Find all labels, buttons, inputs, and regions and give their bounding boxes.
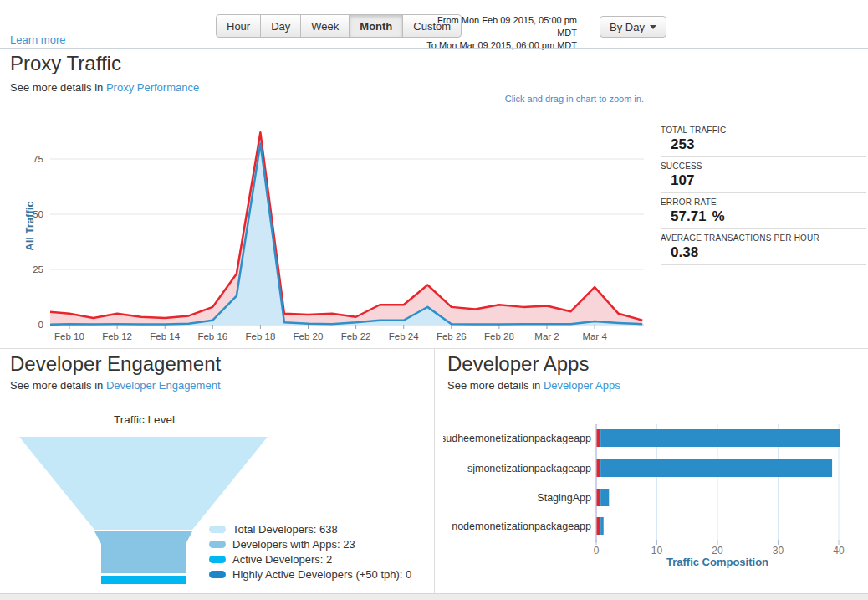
proxy-stats-panel: TOTAL TRAFFIC 253 SUCCESS 107 ERROR RATE… [661,121,866,265]
legend-swatch [209,541,226,548]
developer-engagement-link[interactable]: Developer Engagement [106,379,221,392]
legend-item: Active Developers: 2 [209,551,411,567]
funnel-legend: Total Developers: 638Developers with App… [209,521,411,582]
area-success [45,144,642,325]
x-tick-label: 30 [773,545,784,556]
proxy-traffic-chart[interactable]: 0255075Feb 10Feb 12Feb 14Feb 16Feb 18Feb… [23,117,646,343]
developer-engagement-title: Developer Engagement [10,352,221,376]
funnel-tier-with-apps [94,531,192,573]
x-tick-label: Feb 26 [437,331,467,341]
stat-value: 57.71 [671,208,707,224]
stat-label: TOTAL TRAFFIC [661,126,866,135]
developer-apps-chart[interactable]: 010203040sudheemonetizationpackageappsjm… [443,423,868,558]
developer-apps-link[interactable]: Developer Apps [544,379,620,392]
bar-segment-success[interactable] [600,489,609,506]
legend-item: Developers with Apps: 23 [209,536,411,551]
legend-label: Highly Active Developers (+50 tph): 0 [232,568,411,581]
range-button-month[interactable]: Month [349,14,403,38]
group-by-dropdown[interactable]: By Day [600,16,666,38]
line-success [45,144,642,325]
proxy-traffic-title: Proxy Traffic [10,52,121,75]
x-tick-label: Feb 14 [150,331,180,341]
bar-category-label: sudheemonetizationpackageapp [443,433,591,444]
bar-category-label: StagingApp [537,492,591,504]
x-tick-label: 20 [712,545,723,556]
range-button-hour[interactable]: Hour [216,14,261,38]
legend-label: Active Developers: 2 [232,553,332,566]
bar-category-label: sjmonetizationpackageapp [467,463,591,474]
area-total-traffic [45,132,642,325]
top-divider [0,3,868,3]
see-more-text: See more details in [10,81,103,94]
legend-item: Highly Active Developers (+50 tph): 0 [209,567,411,582]
bar-segment-error[interactable] [597,429,600,447]
y-tick-label: 75 [33,154,43,164]
bar-segment-error[interactable] [597,459,600,477]
x-tick-label: Feb 18 [245,331,275,341]
stat-avg-tph: AVERAGE TRANSACTIONS PER HOUR 0.38 [661,229,866,265]
legend-swatch [209,556,226,563]
range-button-day[interactable]: Day [260,14,301,38]
date-from: From Mon Feb 09 2015, 05:00 pm MDT [416,14,577,39]
y-tick-label: 50 [33,209,43,219]
developer-apps-subtitle: See more details in Developer Apps [447,379,620,392]
legend-swatch [209,571,226,578]
date-range: From Mon Feb 09 2015, 05:00 pm MDT To Mo… [416,14,577,52]
stat-suffix: % [712,208,725,224]
legend-item: Total Developers: 638 [209,521,411,536]
bar-segment-error[interactable] [597,517,600,535]
zoom-hint: Click and drag in chart to zoom in. [505,94,644,104]
group-by-label: By Day [610,21,645,33]
stat-value: 107 [671,172,694,188]
x-tick-label: Feb 16 [197,331,227,341]
stat-value: 0.38 [671,244,698,260]
x-tick-label: Mar 2 [534,331,559,341]
bar-segment-success[interactable] [600,517,604,535]
funnel-tier-active [101,576,186,584]
header-divider [0,48,868,49]
date-to: To Mon Mar 09 2015, 06:00 pm MDT [416,39,577,52]
learn-more-link[interactable]: Learn more [10,33,65,46]
x-tick-label: Feb 12 [102,331,132,341]
analytics-dashboard: Learn more Hour Day Week Month Custom Fr… [0,0,868,600]
proxy-performance-link[interactable]: Proxy Performance [106,81,199,94]
stat-label: SUCCESS [661,162,866,171]
chevron-down-icon [650,25,656,29]
bar-segment-success[interactable] [600,459,832,477]
stat-total-traffic: TOTAL TRAFFIC 253 [661,121,866,157]
bar-category-label: nodemonetizationpackageapp [452,521,591,532]
bar-segment-error[interactable] [597,489,600,506]
stat-label: ERROR RATE [661,197,866,207]
stat-label: AVERAGE TRANSACTIONS PER HOUR [661,233,866,243]
y-tick-label: 25 [33,264,43,274]
x-axis-label: Traffic Composition [596,556,839,568]
x-tick-label: Mar 4 [582,331,607,341]
x-tick-label: 10 [651,545,663,556]
legend-label: Developers with Apps: 23 [232,538,355,551]
x-tick-label: Feb 24 [389,331,419,341]
developer-apps-title: Developer Apps [447,352,589,376]
x-tick-label: Feb 22 [341,331,371,341]
x-tick-label: Feb 10 [54,331,84,341]
y-tick-label: 0 [38,320,43,330]
bar-segment-success[interactable] [600,429,840,447]
legend-swatch [209,526,226,533]
line-total-traffic [45,132,642,320]
legend-label: Total Developers: 638 [232,523,338,536]
developer-engagement-subtitle: See more details in Developer Engagement [10,379,221,392]
range-button-week[interactable]: Week [300,14,350,38]
stat-success: SUCCESS 107 [661,157,866,193]
stat-error-rate: ERROR RATE 57.71% [661,193,866,229]
x-tick-label: 40 [833,545,845,556]
x-tick-label: Feb 28 [484,331,514,341]
stat-value: 253 [671,136,694,152]
see-more-text: See more details in [10,379,103,392]
funnel-tier-total [19,437,268,530]
section-divider-vertical [434,348,435,593]
see-more-text: See more details in [447,379,540,392]
x-tick-label: 0 [594,545,600,556]
proxy-traffic-subtitle: See more details in Proxy Performance [10,81,199,94]
bottom-strip [0,594,868,600]
x-tick-label: Feb 20 [294,331,324,341]
